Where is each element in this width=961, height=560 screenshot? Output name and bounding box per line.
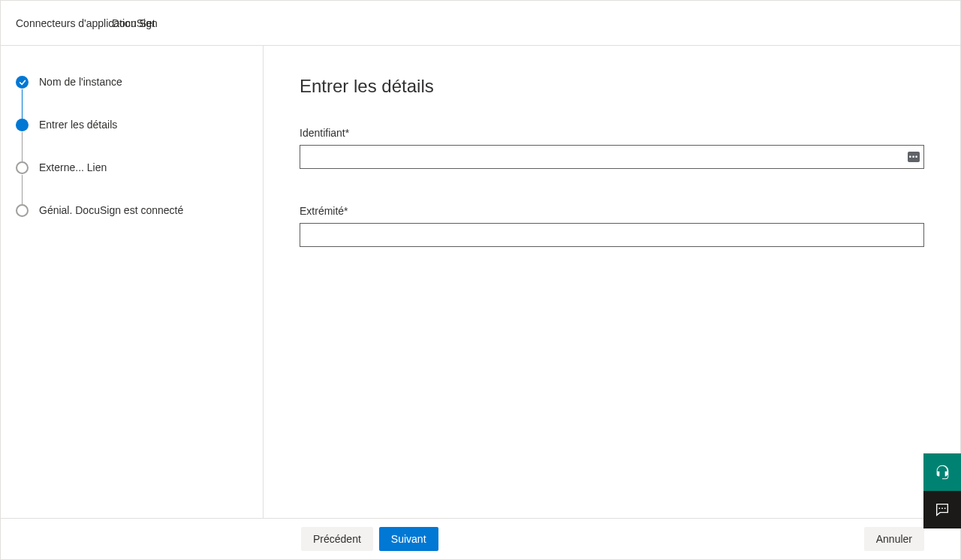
step-label: Nom de l'instance (39, 76, 122, 89)
endpoint-label: Extrémité* (300, 205, 924, 217)
chat-icon (934, 501, 950, 518)
endpoint-input[interactable] (300, 223, 924, 247)
step-enter-details[interactable]: Entrer les détails (16, 119, 248, 161)
step-list: Nom de l'instance Entrer les détails Ext… (16, 76, 248, 217)
main-content: Entrer les détails Identifiant* ••• Extr… (264, 46, 960, 518)
header-subtitle: DocuSign (112, 17, 158, 29)
step-label: Génial. DocuSign est connecté (39, 204, 183, 217)
step-instance-name[interactable]: Nom de l'instance (16, 76, 248, 119)
step-external-link[interactable]: Externe... Lien (16, 161, 248, 204)
next-button[interactable]: Suivant (379, 527, 438, 551)
step-connected[interactable]: Génial. DocuSign est connecté (16, 204, 248, 217)
step-connector (22, 89, 23, 119)
footer: Précédent Suivant Annuler (1, 518, 960, 559)
step-label: Externe... Lien (39, 161, 107, 174)
step-completed-icon (16, 76, 29, 89)
support-button[interactable] (923, 453, 961, 491)
headset-icon (934, 464, 950, 480)
step-upcoming-icon (16, 161, 29, 174)
step-label: Entrer les détails (39, 119, 117, 131)
credential-picker-icon[interactable]: ••• (908, 152, 920, 162)
page-title: Entrer les détails (300, 76, 924, 97)
header: Connecteurs d'application Set DocuSign (1, 1, 960, 46)
sidebar: Nom de l'instance Entrer les détails Ext… (1, 46, 264, 518)
step-connector (22, 175, 23, 204)
form-group-endpoint: Extrémité* (300, 205, 924, 247)
feedback-button[interactable] (923, 491, 961, 528)
previous-button[interactable]: Précédent (301, 527, 373, 551)
floating-widgets (923, 453, 961, 528)
identifier-input[interactable] (300, 145, 924, 169)
step-connector (22, 132, 23, 161)
cancel-button[interactable]: Annuler (864, 527, 924, 551)
step-upcoming-icon (16, 204, 29, 217)
svg-point-0 (938, 507, 940, 509)
svg-point-1 (941, 507, 943, 509)
step-current-icon (16, 119, 29, 131)
identifier-label: Identifiant* (300, 127, 924, 139)
svg-point-2 (944, 507, 946, 509)
form-group-identifier: Identifiant* ••• (300, 127, 924, 169)
